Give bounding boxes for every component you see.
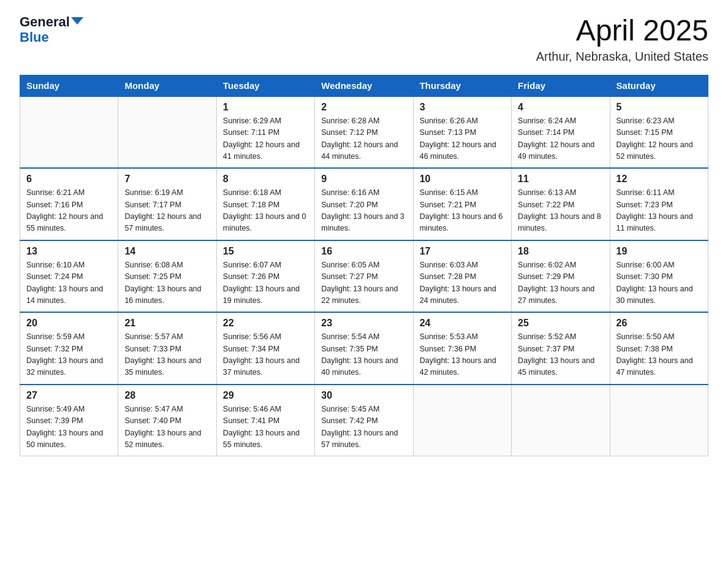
table-row <box>20 96 118 169</box>
day-info: Sunrise: 5:46 AM Sunset: 7:41 PM Dayligh… <box>223 404 308 451</box>
day-info: Sunrise: 5:59 AM Sunset: 7:32 PM Dayligh… <box>26 331 112 379</box>
day-info: Sunrise: 5:45 AM Sunset: 7:42 PM Dayligh… <box>321 404 406 451</box>
table-row: 20Sunrise: 5:59 AM Sunset: 7:32 PM Dayli… <box>20 312 118 385</box>
day-number: 15 <box>223 246 308 257</box>
day-number: 1 <box>223 102 308 113</box>
col-friday: Friday <box>512 75 610 96</box>
day-info: Sunrise: 5:52 AM Sunset: 7:37 PM Dayligh… <box>518 331 603 379</box>
table-row: 14Sunrise: 6:08 AM Sunset: 7:25 PM Dayli… <box>118 240 216 313</box>
col-monday: Monday <box>118 75 216 96</box>
day-number: 11 <box>518 174 603 185</box>
logo: General Blue <box>20 15 83 45</box>
calendar-table: Sunday Monday Tuesday Wednesday Thursday… <box>20 75 708 457</box>
day-info: Sunrise: 6:28 AM Sunset: 7:12 PM Dayligh… <box>321 115 406 163</box>
day-number: 16 <box>321 246 406 257</box>
table-row: 9Sunrise: 6:16 AM Sunset: 7:20 PM Daylig… <box>315 168 413 240</box>
table-row: 6Sunrise: 6:21 AM Sunset: 7:16 PM Daylig… <box>20 168 118 240</box>
day-info: Sunrise: 6:03 AM Sunset: 7:28 PM Dayligh… <box>420 259 505 307</box>
day-info: Sunrise: 6:24 AM Sunset: 7:14 PM Dayligh… <box>518 115 603 163</box>
day-info: Sunrise: 6:23 AM Sunset: 7:15 PM Dayligh… <box>616 115 702 163</box>
day-info: Sunrise: 5:53 AM Sunset: 7:36 PM Dayligh… <box>420 331 505 379</box>
day-number: 23 <box>321 318 406 329</box>
day-number: 2 <box>321 102 406 113</box>
day-number: 28 <box>124 390 210 401</box>
day-info: Sunrise: 5:57 AM Sunset: 7:33 PM Dayligh… <box>124 331 210 379</box>
logo-blue: Blue <box>20 29 49 45</box>
subtitle: Arthur, Nebraska, United States <box>536 50 708 64</box>
day-info: Sunrise: 6:21 AM Sunset: 7:16 PM Dayligh… <box>26 187 112 235</box>
col-wednesday: Wednesday <box>315 75 413 96</box>
col-saturday: Saturday <box>610 75 708 96</box>
day-info: Sunrise: 6:18 AM Sunset: 7:18 PM Dayligh… <box>223 187 308 235</box>
day-info: Sunrise: 6:29 AM Sunset: 7:11 PM Dayligh… <box>223 115 308 163</box>
day-number: 4 <box>518 102 603 113</box>
day-number: 25 <box>518 318 603 329</box>
table-row: 7Sunrise: 6:19 AM Sunset: 7:17 PM Daylig… <box>118 168 216 240</box>
calendar-header-row: Sunday Monday Tuesday Wednesday Thursday… <box>20 75 708 96</box>
table-row: 28Sunrise: 5:47 AM Sunset: 7:40 PM Dayli… <box>118 385 216 456</box>
day-number: 29 <box>223 390 308 401</box>
week-row: 27Sunrise: 5:49 AM Sunset: 7:39 PM Dayli… <box>20 385 708 456</box>
day-info: Sunrise: 6:13 AM Sunset: 7:22 PM Dayligh… <box>518 187 603 235</box>
day-number: 20 <box>26 318 112 329</box>
table-row: 3Sunrise: 6:26 AM Sunset: 7:13 PM Daylig… <box>413 96 511 169</box>
table-row: 5Sunrise: 6:23 AM Sunset: 7:15 PM Daylig… <box>610 96 708 169</box>
day-info: Sunrise: 6:05 AM Sunset: 7:27 PM Dayligh… <box>321 259 406 307</box>
day-number: 5 <box>616 102 702 113</box>
day-number: 3 <box>420 102 505 113</box>
day-number: 10 <box>420 174 505 185</box>
table-row <box>512 385 610 456</box>
table-row: 22Sunrise: 5:56 AM Sunset: 7:34 PM Dayli… <box>216 312 314 385</box>
table-row: 1Sunrise: 6:29 AM Sunset: 7:11 PM Daylig… <box>216 96 314 169</box>
day-info: Sunrise: 5:50 AM Sunset: 7:38 PM Dayligh… <box>616 331 702 379</box>
logo-arrow-icon <box>71 17 83 25</box>
day-info: Sunrise: 6:02 AM Sunset: 7:29 PM Dayligh… <box>518 259 603 307</box>
table-row: 15Sunrise: 6:07 AM Sunset: 7:26 PM Dayli… <box>216 240 314 313</box>
day-number: 13 <box>26 246 112 257</box>
table-row <box>118 96 216 169</box>
table-row: 21Sunrise: 5:57 AM Sunset: 7:33 PM Dayli… <box>118 312 216 385</box>
day-number: 19 <box>616 246 702 257</box>
day-number: 26 <box>616 318 702 329</box>
week-row: 20Sunrise: 5:59 AM Sunset: 7:32 PM Dayli… <box>20 312 708 385</box>
day-info: Sunrise: 6:16 AM Sunset: 7:20 PM Dayligh… <box>321 187 406 235</box>
table-row: 27Sunrise: 5:49 AM Sunset: 7:39 PM Dayli… <box>20 385 118 456</box>
day-info: Sunrise: 6:19 AM Sunset: 7:17 PM Dayligh… <box>124 187 210 235</box>
table-row: 4Sunrise: 6:24 AM Sunset: 7:14 PM Daylig… <box>512 96 610 169</box>
table-row <box>413 385 511 456</box>
day-number: 7 <box>124 174 210 185</box>
week-row: 13Sunrise: 6:10 AM Sunset: 7:24 PM Dayli… <box>20 240 708 313</box>
day-number: 14 <box>124 246 210 257</box>
day-info: Sunrise: 6:11 AM Sunset: 7:23 PM Dayligh… <box>616 187 702 235</box>
day-number: 24 <box>420 318 505 329</box>
table-row: 12Sunrise: 6:11 AM Sunset: 7:23 PM Dayli… <box>610 168 708 240</box>
table-row: 24Sunrise: 5:53 AM Sunset: 7:36 PM Dayli… <box>413 312 511 385</box>
logo-general: General <box>20 15 70 29</box>
table-row: 23Sunrise: 5:54 AM Sunset: 7:35 PM Dayli… <box>315 312 413 385</box>
day-info: Sunrise: 6:07 AM Sunset: 7:26 PM Dayligh… <box>223 259 308 307</box>
table-row: 2Sunrise: 6:28 AM Sunset: 7:12 PM Daylig… <box>315 96 413 169</box>
table-row: 26Sunrise: 5:50 AM Sunset: 7:38 PM Dayli… <box>610 312 708 385</box>
day-info: Sunrise: 6:26 AM Sunset: 7:13 PM Dayligh… <box>420 115 505 163</box>
table-row: 8Sunrise: 6:18 AM Sunset: 7:18 PM Daylig… <box>216 168 314 240</box>
col-thursday: Thursday <box>413 75 511 96</box>
day-info: Sunrise: 6:10 AM Sunset: 7:24 PM Dayligh… <box>26 259 112 307</box>
main-title: April 2025 <box>536 15 708 47</box>
day-number: 9 <box>321 174 406 185</box>
day-number: 22 <box>223 318 308 329</box>
col-tuesday: Tuesday <box>216 75 314 96</box>
table-row: 10Sunrise: 6:15 AM Sunset: 7:21 PM Dayli… <box>413 168 511 240</box>
day-info: Sunrise: 5:47 AM Sunset: 7:40 PM Dayligh… <box>124 404 210 451</box>
week-row: 6Sunrise: 6:21 AM Sunset: 7:16 PM Daylig… <box>20 168 708 240</box>
table-row: 17Sunrise: 6:03 AM Sunset: 7:28 PM Dayli… <box>413 240 511 313</box>
table-row: 29Sunrise: 5:46 AM Sunset: 7:41 PM Dayli… <box>216 385 314 456</box>
table-row: 11Sunrise: 6:13 AM Sunset: 7:22 PM Dayli… <box>512 168 610 240</box>
day-info: Sunrise: 6:15 AM Sunset: 7:21 PM Dayligh… <box>420 187 505 235</box>
table-row: 25Sunrise: 5:52 AM Sunset: 7:37 PM Dayli… <box>512 312 610 385</box>
day-number: 17 <box>420 246 505 257</box>
table-row: 18Sunrise: 6:02 AM Sunset: 7:29 PM Dayli… <box>512 240 610 313</box>
day-number: 8 <box>223 174 308 185</box>
day-number: 21 <box>124 318 210 329</box>
day-info: Sunrise: 5:56 AM Sunset: 7:34 PM Dayligh… <box>223 331 308 379</box>
page-header: General Blue April 2025 Arthur, Nebraska… <box>20 15 708 64</box>
